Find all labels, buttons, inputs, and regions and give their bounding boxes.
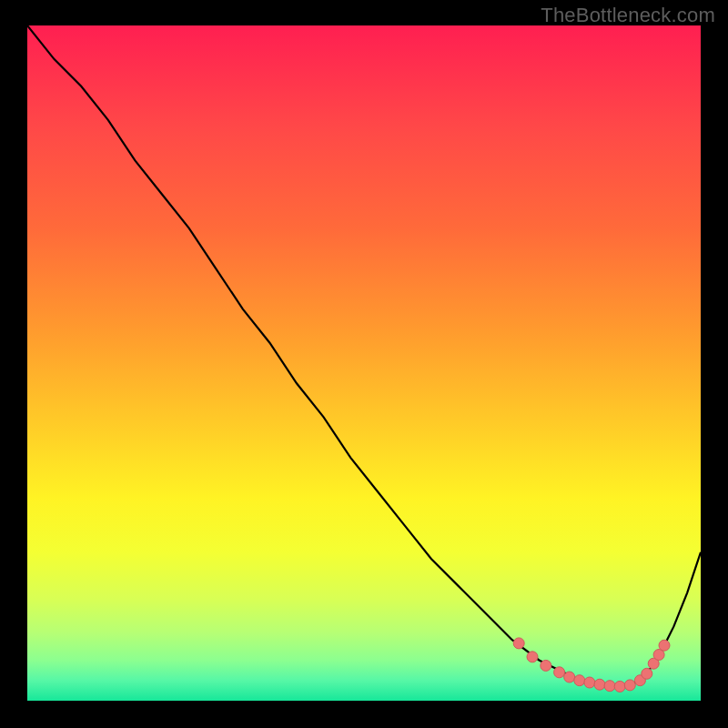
marker-point	[604, 681, 615, 692]
marker-point	[594, 679, 605, 690]
chart-svg	[27, 25, 701, 701]
marker-point	[614, 681, 625, 692]
marker-point	[527, 652, 538, 662]
marker-point	[642, 668, 652, 679]
marker-point	[584, 677, 595, 688]
marker-point	[624, 680, 635, 691]
marker-point	[554, 667, 565, 678]
gradient-background	[27, 25, 701, 701]
marker-point	[564, 672, 575, 682]
plot-area	[27, 25, 701, 701]
marker-point	[513, 638, 524, 649]
marker-point	[541, 660, 551, 671]
watermark-text: TheBottleneck.com	[541, 4, 715, 27]
marker-point	[574, 675, 585, 686]
marker-point	[659, 640, 670, 651]
chart-stage: TheBottleneck.com	[0, 0, 728, 728]
